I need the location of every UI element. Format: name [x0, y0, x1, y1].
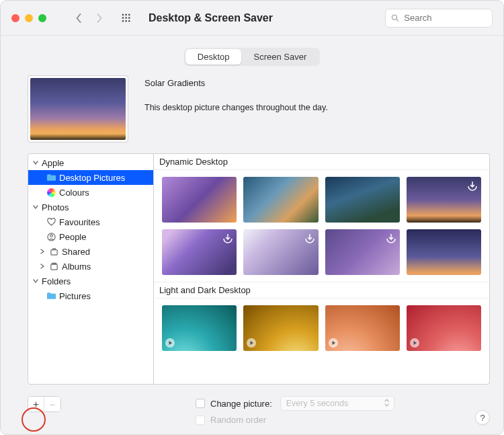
tree-item-pictures-folder[interactable]: Pictures [28, 288, 153, 303]
wallpaper-info: Solar Gradients This desktop picture cha… [144, 75, 476, 143]
tree-item-favourites[interactable]: Favourites [28, 214, 153, 229]
pane-title: Desktop & Screen Saver [149, 12, 273, 24]
random-order-checkbox[interactable] [196, 416, 205, 425]
segmented-control: Desktop Screen Saver [184, 48, 320, 66]
wallpaper-name: Solar Gradients [144, 78, 476, 88]
wallpaper-thumb[interactable] [162, 177, 237, 223]
tree-group-photos[interactable]: Photos [28, 200, 153, 214]
minimize-window-button[interactable] [25, 14, 33, 22]
section-light-dark-desktop: Light and Dark Desktop [154, 282, 489, 299]
svg-rect-6 [122, 20, 124, 22]
chevron-down-icon [32, 278, 39, 284]
nav-buttons [69, 9, 108, 27]
shared-icon [48, 246, 59, 257]
wallpaper-thumb[interactable] [407, 305, 481, 351]
play-icon [165, 338, 175, 348]
search-icon [391, 13, 398, 22]
search-field[interactable] [385, 9, 493, 28]
wallpaper-thumb[interactable] [162, 305, 237, 351]
change-picture-checkbox[interactable] [196, 399, 205, 408]
svg-rect-5 [128, 17, 130, 18]
wallpaper-thumb[interactable] [325, 305, 400, 351]
download-icon [385, 232, 397, 244]
titlebar: Desktop & Screen Saver [1, 1, 503, 36]
play-icon [409, 338, 420, 348]
traffic-lights [11, 14, 46, 22]
svg-rect-14 [50, 264, 56, 269]
random-order-label: Random order [210, 415, 266, 425]
svg-rect-3 [122, 17, 124, 18]
chevron-right-icon [39, 249, 46, 254]
wallpaper-thumb[interactable] [243, 229, 318, 275]
wallpaper-preview-image [30, 78, 126, 140]
zoom-window-button[interactable] [38, 14, 46, 22]
footer-controls: ＋ − Change picture: Every 5 seconds Rand… [1, 396, 503, 425]
svg-rect-2 [128, 13, 130, 15]
change-picture-options: Change picture: Every 5 seconds Random o… [196, 396, 394, 425]
svg-rect-8 [128, 20, 130, 22]
search-input[interactable] [403, 12, 487, 24]
tree-item-colours[interactable]: Colours [28, 185, 153, 200]
svg-rect-4 [125, 17, 126, 18]
change-picture-label: Change picture: [210, 399, 272, 409]
help-button[interactable]: ? [475, 410, 490, 425]
stepper-icon [384, 398, 390, 409]
wallpaper-gallery: Dynamic Desktop Light and Da [154, 153, 490, 385]
current-wallpaper-row: Solar Gradients This desktop picture cha… [1, 75, 503, 153]
download-icon [304, 232, 316, 244]
tree-item-albums[interactable]: Albums [28, 259, 153, 274]
wallpaper-thumb[interactable] [162, 229, 237, 275]
tab-screensaver[interactable]: Screen Saver [241, 49, 319, 65]
random-order-row: Random order [196, 415, 394, 425]
change-interval-select[interactable]: Every 5 seconds [280, 396, 394, 411]
svg-rect-0 [122, 13, 124, 15]
add-folder-button[interactable]: ＋ [28, 397, 44, 411]
dynamic-desktop-grid [154, 170, 489, 282]
tree-group-folders[interactable]: Folders [28, 274, 153, 288]
tree-item-people[interactable]: People [28, 229, 153, 244]
folder-icon [46, 172, 56, 183]
wallpaper-thumb[interactable] [407, 229, 481, 275]
wallpaper-thumb[interactable] [325, 229, 400, 275]
remove-folder-button[interactable]: − [44, 397, 60, 411]
light-dark-grid [154, 299, 489, 358]
back-button[interactable] [69, 9, 88, 27]
wallpaper-thumb[interactable] [243, 177, 318, 223]
svg-rect-1 [125, 13, 126, 15]
source-list[interactable]: Apple Desktop Pictures Colours Photos [28, 153, 154, 385]
system-prefs-window: Desktop & Screen Saver Desktop Screen Sa… [0, 0, 504, 435]
tree-item-desktop-pictures[interactable]: Desktop Pictures [28, 170, 153, 185]
folder-icon [46, 290, 56, 301]
play-icon [246, 338, 257, 348]
play-icon [328, 338, 339, 348]
tree-item-shared[interactable]: Shared [28, 244, 153, 259]
person-icon [46, 231, 56, 242]
svg-rect-7 [125, 20, 126, 22]
section-dynamic-desktop: Dynamic Desktop [154, 154, 489, 170]
svg-rect-13 [50, 249, 56, 254]
svg-line-10 [396, 19, 398, 22]
forward-button[interactable] [89, 9, 108, 27]
show-all-prefs-button[interactable] [118, 9, 135, 27]
download-icon [466, 180, 478, 192]
heart-icon [46, 216, 56, 227]
close-window-button[interactable] [11, 14, 19, 22]
change-interval-value: Every 5 seconds [286, 399, 348, 408]
wallpaper-thumb[interactable] [325, 177, 400, 223]
add-remove-folder: ＋ − [28, 396, 61, 412]
chevron-down-icon [32, 204, 39, 210]
main-split: Apple Desktop Pictures Colours Photos [1, 153, 503, 390]
wallpaper-thumb[interactable] [407, 177, 481, 223]
svg-point-12 [50, 234, 52, 237]
wallpaper-preview-frame [28, 75, 128, 143]
wallpaper-description: This desktop picture changes throughout … [144, 103, 476, 112]
tree-group-apple[interactable]: Apple [28, 155, 153, 170]
tab-desktop[interactable]: Desktop [185, 49, 242, 65]
chevron-right-icon [39, 264, 46, 269]
download-icon [222, 232, 234, 244]
chevron-down-icon [32, 160, 39, 165]
tab-bar: Desktop Screen Saver [1, 36, 503, 75]
change-picture-row: Change picture: Every 5 seconds [196, 396, 394, 411]
albums-icon [48, 261, 59, 272]
wallpaper-thumb[interactable] [243, 305, 318, 351]
